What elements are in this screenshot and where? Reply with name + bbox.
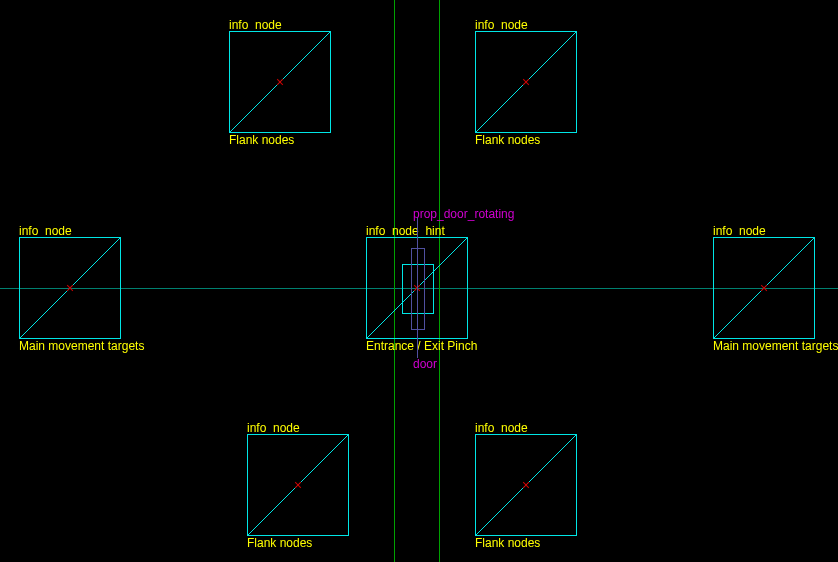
info-node[interactable] [229,31,331,133]
door-panel [411,248,425,330]
node-label-class: Main movement targets [19,339,144,353]
node-origin-icon [276,78,284,86]
door-axis [417,218,418,358]
node-label-class: Flank nodes [475,133,540,147]
node-label-type: info_node [19,224,72,238]
node-origin-icon [66,284,74,292]
node-origin-icon [294,481,302,489]
node-label-type: info_node [247,421,300,435]
door-label: door [413,357,437,371]
node-origin-icon [522,78,530,86]
node-label-class: Flank nodes [475,536,540,550]
editor-viewport[interactable]: info_node Flank nodes info_node Flank no… [0,0,838,562]
node-label-class: Main movement targets [713,339,838,353]
info-node[interactable] [475,434,577,536]
info-node[interactable] [713,237,815,339]
info-node[interactable] [475,31,577,133]
node-label-type: info_node [475,18,528,32]
prop-door-label: prop_door_rotating [413,207,514,221]
node-label-type: info_node_hint [366,224,445,238]
node-label-type: info_node [713,224,766,238]
node-label-class: Flank nodes [229,133,294,147]
node-label-type: info_node [475,421,528,435]
info-node[interactable] [19,237,121,339]
node-label-type: info_node [229,18,282,32]
node-label-class: Entrance / Exit Pinch [366,339,477,353]
info-node[interactable] [247,434,349,536]
node-origin-icon [760,284,768,292]
node-label-class: Flank nodes [247,536,312,550]
node-origin-icon [522,481,530,489]
